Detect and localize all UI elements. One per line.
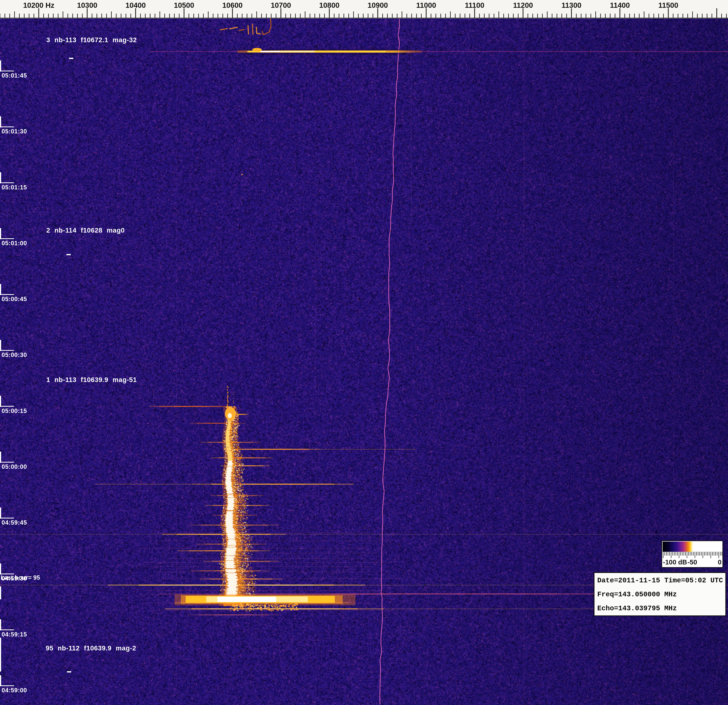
freq-axis-label: 11000 — [416, 1, 436, 10]
time-axis-label: 05:01:00 — [1, 240, 27, 247]
freq-axis-label: 10700 — [271, 1, 291, 10]
time-axis-label: 05:00:15 — [1, 407, 27, 415]
colorbar-label-mid: -50 — [688, 558, 697, 566]
colorbar-label-min: -100 dB — [663, 558, 687, 566]
freq-axis-label: 10400 — [126, 1, 146, 10]
time-axis-label: 05:00:00 — [1, 464, 27, 470]
freq-axis-label: 10200 Hz — [23, 1, 55, 10]
colorbar-label-max: 0 — [718, 558, 721, 566]
time-axis-label: 05:00:45 — [1, 296, 27, 302]
freq-axis-label: 11400 — [610, 1, 630, 10]
info-date-time: Date=2011-11-15 Time=05:02 UTC — [597, 576, 723, 584]
meteor-event-annotation: 3 nb-113 f10672.1 mag-32 — [46, 36, 137, 44]
last-hour-count: Last hour= 95 — [1, 574, 40, 581]
freq-axis-label: 10300 — [77, 1, 97, 10]
freq-axis-label: 11300 — [562, 1, 581, 10]
freq-axis-label: 10500 — [174, 1, 194, 10]
spectrogram-display: 10200 Hz10300104001050010600107001080010… — [0, 0, 728, 705]
time-axis-label: 05:01:15 — [1, 184, 27, 191]
event-marker-dash — [67, 671, 71, 672]
time-axis-label: 05:01:30 — [1, 128, 27, 135]
event-marker-dash — [69, 58, 73, 59]
freq-axis-label: 10600 — [222, 1, 243, 10]
freq-axis-label: 11500 — [658, 1, 678, 10]
freq-axis-label: 10900 — [368, 1, 388, 10]
freq-axis-label: 11100 — [465, 1, 484, 10]
event-marker-dash — [66, 254, 71, 255]
time-axis-label: 05:00:30 — [1, 351, 27, 358]
meteor-event-annotation: 1 nb-113 f10639.9 mag-51 — [46, 376, 137, 384]
time-axis-label: 04:59:45 — [1, 519, 27, 526]
time-axis-label: 05:01:45 — [1, 72, 27, 79]
time-axis-label: 04:59:00 — [1, 687, 27, 694]
meteor-event-annotation: 95 nb-112 f10639.9 mag-2 — [46, 644, 136, 652]
info-echo-frequency: Echo=143.039795 MHz — [597, 604, 677, 613]
meteor-event-annotation: 2 nb-114 f10628 mag0 — [46, 227, 125, 234]
spectrogram-canvas — [0, 0, 728, 705]
info-frequency: Freq=143.050000 MHz — [597, 591, 677, 598]
freq-axis-label: 11200 — [513, 1, 533, 10]
freq-axis-label: 10800 — [319, 1, 339, 10]
time-axis-label: 04:59:15 — [1, 631, 27, 638]
